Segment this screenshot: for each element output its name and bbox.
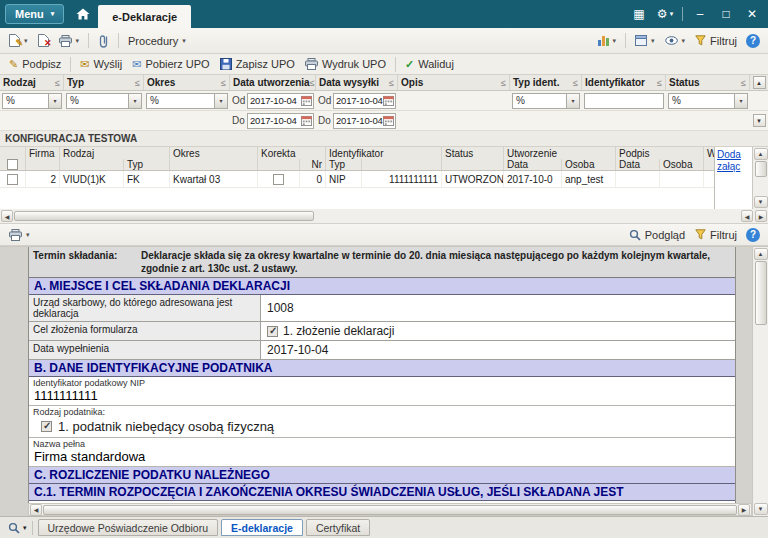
column-header-data-utworzenia[interactable]: Data utworzenia≤ (230, 75, 316, 90)
identyfikator-filter-input[interactable] (584, 93, 664, 109)
help-button[interactable]: ? (746, 34, 760, 48)
column-header-typ[interactable]: Typ≤ (64, 75, 144, 90)
settings-button[interactable]: ⚙▾ (653, 3, 677, 25)
tab-e-deklaracje[interactable]: e-Deklaracje (98, 5, 191, 28)
data-wypelnienia-field[interactable]: 2017-10-04 (261, 341, 735, 359)
zoom-control[interactable]: ▾ (3, 521, 33, 535)
grid-subheader-ident-typ[interactable]: Typ (326, 159, 362, 170)
grid-header-w[interactable]: W (704, 147, 714, 159)
table-row[interactable]: 2 VIUD(1)K FK Kwartał 03 0 NIP 111111111… (0, 171, 714, 188)
typ-ident-filter-select[interactable]: %▾ (512, 93, 580, 109)
minimize-button[interactable]: – (688, 3, 712, 25)
get-upo-button[interactable]: ✉ Pobierz UPO (127, 56, 214, 73)
expand-filters-button[interactable]: ▼ (753, 114, 766, 127)
tab-e-deklaracje-bottom[interactable]: E-deklaracje (221, 519, 303, 536)
row-checkbox[interactable] (7, 174, 18, 185)
nazwa-field[interactable]: Nazwa pełna Firma standardowa (29, 438, 735, 467)
save-upo-button[interactable]: Zapisz UPO (215, 56, 300, 72)
column-header-opis[interactable]: Opis≤ (398, 75, 510, 90)
scroll-left-button-end[interactable]: ◀ (741, 210, 753, 222)
tab-certyfikat[interactable]: Certyfikat (306, 519, 370, 536)
print-button[interactable]: ▾ (54, 33, 85, 49)
home-button[interactable] (68, 0, 98, 28)
new-declaration-button[interactable]: ✎ ▾ (4, 32, 33, 49)
validate-button[interactable]: ✓ Waliduj (400, 56, 459, 73)
preview-print-button[interactable]: ▾ (4, 227, 35, 243)
close-button[interactable]: ✕ (740, 3, 764, 25)
grid-header-podpis[interactable]: Podpis (616, 147, 704, 159)
preview-help-button[interactable]: ? (746, 228, 760, 242)
grid-header-firma[interactable]: Firma (26, 147, 60, 159)
delete-declaration-button[interactable]: ✕ (33, 32, 54, 49)
rodzaj-podatnika-checkbox[interactable] (41, 421, 52, 432)
sent-from-input[interactable]: 2017-10-04 (333, 93, 396, 109)
sign-button[interactable]: ✎ Podpisz (4, 56, 66, 73)
preview-vertical-scrollbar[interactable]: ▲ ▼ (752, 247, 768, 516)
maximize-button[interactable]: □ (714, 3, 738, 25)
preview-button[interactable]: Podgląd (624, 227, 690, 243)
scroll-right-button[interactable]: ▶ (755, 210, 767, 222)
procedures-button[interactable]: Procedury ▾ (123, 33, 191, 49)
scroll-down-button[interactable]: ▼ (754, 196, 768, 208)
status-filter-select[interactable]: %▾ (668, 93, 748, 109)
scroll-thumb[interactable] (755, 161, 767, 177)
scroll-thumb[interactable] (14, 211, 314, 221)
grid-header-status[interactable]: Status (442, 147, 504, 159)
grid-subheader-utworzenie-data[interactable]: Data (504, 159, 562, 170)
sent-to-input[interactable]: 2017-10-04 (333, 113, 396, 129)
calendar-icon[interactable] (301, 95, 312, 106)
scroll-up-button[interactable]: ▲ (754, 248, 768, 260)
menu-button[interactable]: Menu ▾ (5, 4, 64, 24)
scroll-right-button[interactable]: ▶ (738, 504, 750, 516)
view-layout-button[interactable]: ▾ (630, 33, 660, 48)
grid-subheader-typ[interactable]: Typ (124, 159, 170, 170)
add-attachment-link[interactable]: Doda załąc (717, 149, 750, 173)
grid-subheader-podpis-osoba[interactable]: Osoba (660, 159, 704, 170)
preview-filter-button[interactable]: Filtruj (690, 227, 742, 243)
column-header-okres[interactable]: Okres≤ (144, 75, 230, 90)
created-to-input[interactable]: 2017-10-04 (247, 113, 314, 129)
calendar-icon[interactable] (301, 115, 312, 126)
grid-header-rodzaj[interactable]: Rodzaj (60, 147, 170, 159)
group-band[interactable]: KONFIGURACJA TESTOWA (0, 131, 768, 147)
column-header-status[interactable]: Status≤ (666, 75, 750, 90)
preview-horizontal-scrollbar[interactable]: ◀ ▶ (28, 503, 752, 516)
grid-vertical-scrollbar[interactable]: ▲ ▼ (752, 147, 768, 209)
okres-filter-select[interactable]: %▾ (146, 93, 228, 109)
grid-horizontal-scrollbar[interactable]: ◀ ◀ ▶ (0, 209, 768, 224)
calendar-icon[interactable] (383, 115, 394, 126)
grid-header-korekta[interactable]: Korekta (258, 147, 326, 159)
attachments-button[interactable] (93, 32, 114, 50)
scroll-left-button[interactable]: ◀ (1, 210, 13, 222)
cel-checkbox[interactable] (267, 326, 278, 337)
grid-header-utworzenie[interactable]: Utworzenie (504, 147, 616, 159)
nip-field[interactable]: Identyfikator podatkowy NIP 1111111111 (29, 377, 735, 406)
typ-filter-select[interactable]: %▾ (66, 93, 142, 109)
grid-header-identyfikator[interactable]: Identyfikator (326, 147, 442, 159)
column-header-data-wysylki[interactable]: Data wysyłki≤ (316, 75, 398, 90)
scroll-thumb[interactable] (43, 505, 737, 515)
chart-button[interactable]: ▾ (593, 33, 622, 48)
rodzaj-filter-select[interactable]: %▾ (2, 93, 62, 109)
korekta-checkbox[interactable] (273, 174, 284, 185)
grid-subheader-podpis-data[interactable]: Data (616, 159, 660, 170)
grid-header-okres[interactable]: Okres (170, 147, 258, 159)
calendar-icon[interactable] (383, 95, 394, 106)
grid-subheader-nr[interactable]: Nr (300, 159, 326, 170)
created-from-input[interactable]: 2017-10-04 (247, 93, 314, 109)
tab-urzedowe-poswiadczenie-odbioru[interactable]: Urzędowe Poświadczenie Odbioru (38, 519, 219, 536)
collapse-filters-button[interactable]: ▲ (753, 76, 766, 89)
urzad-value-field[interactable]: 1008 (261, 295, 735, 321)
scroll-thumb[interactable] (755, 261, 767, 325)
scroll-left-button[interactable]: ◀ (30, 504, 42, 516)
grid-subheader-utworzenie-osoba[interactable]: Osoba (562, 159, 616, 170)
column-header-typ-ident[interactable]: Typ ident.≤ (510, 75, 582, 90)
apps-grid-button[interactable]: ▦ (627, 3, 651, 25)
select-all-checkbox[interactable] (7, 159, 18, 170)
column-header-rodzaj[interactable]: Rodzaj≤ (0, 75, 64, 90)
scroll-down-button[interactable]: ▼ (754, 503, 768, 515)
filter-button[interactable]: Filtruj (690, 33, 742, 49)
send-button[interactable]: ✉ Wyślij (75, 56, 127, 73)
scroll-up-button[interactable]: ▲ (754, 148, 768, 160)
columns-view-button[interactable]: ▾ (660, 34, 691, 47)
